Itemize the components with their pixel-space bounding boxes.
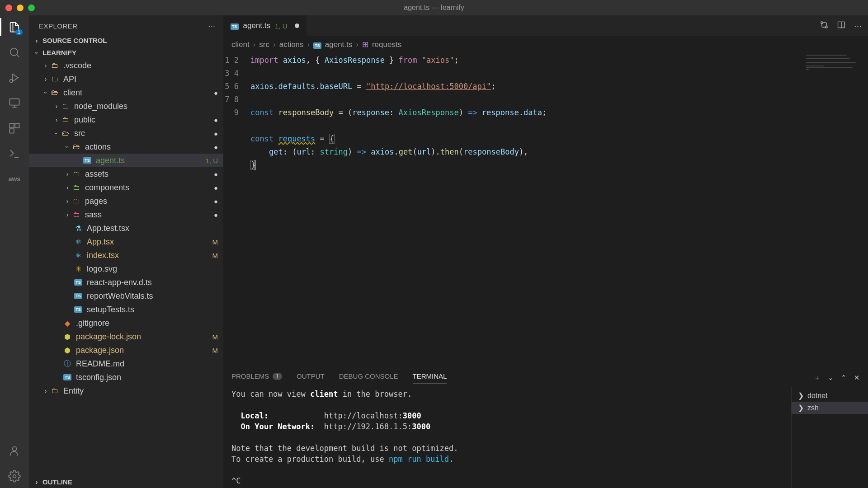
folder-assets[interactable]: ›🗀 assets ●	[29, 167, 223, 181]
output-tab[interactable]: OUTPUT	[297, 372, 325, 384]
file-package[interactable]: ⬢ package.json M	[29, 343, 223, 357]
terminal-dropdown-icon[interactable]: ⌄	[828, 374, 834, 382]
file-package-lock[interactable]: ⬢ package-lock.json M	[29, 330, 223, 343]
folder-sass[interactable]: ›🗀 sass ●	[29, 208, 223, 221]
breadcrumb-part[interactable]: src	[259, 40, 269, 49]
tree-label: components	[85, 183, 211, 192]
folder-open-icon: 🗁	[61, 128, 71, 138]
folder-src[interactable]: ›🗁 src ●	[29, 127, 223, 140]
tree-label: package.json	[76, 346, 210, 355]
chevron-down-icon: ›	[33, 49, 40, 57]
folder-public[interactable]: ›🗀 public ●	[29, 113, 223, 127]
file-readme[interactable]: ⓘ README.md	[29, 357, 223, 371]
remote-activity-icon[interactable]	[7, 96, 22, 110]
modified-status: M	[212, 347, 218, 354]
chevron-right-icon: ›	[33, 37, 41, 44]
tree-label: client	[63, 88, 211, 98]
file-react-app-env[interactable]: TS react-app-env.d.ts	[29, 276, 223, 289]
breadcrumb-part[interactable]: agent.ts	[325, 40, 353, 49]
account-icon[interactable]	[7, 444, 22, 458]
react-icon: ⚛	[73, 250, 83, 260]
explorer-badge: 1	[15, 29, 23, 35]
compare-changes-icon[interactable]	[820, 20, 829, 32]
extensions-activity-icon[interactable]	[7, 121, 22, 136]
file-logo[interactable]: ✳ logo.svg	[29, 262, 223, 276]
tree-label: package-lock.json	[76, 332, 210, 342]
typescript-icon: TS	[73, 291, 83, 301]
file-setup-tests[interactable]: TS setupTests.ts	[29, 303, 223, 316]
file-gitignore[interactable]: ◆ .gitignore	[29, 316, 223, 330]
svg-point-8	[821, 21, 823, 23]
terminal-item-dotnet[interactable]: ❯ dotnet	[792, 389, 868, 402]
info-icon: ⓘ	[62, 359, 72, 369]
folder-node-modules[interactable]: ›🗀 node_modules	[29, 99, 223, 113]
folder-icon: 🗀	[71, 210, 81, 220]
split-editor-icon[interactable]	[837, 20, 846, 32]
maximize-panel-icon[interactable]: ⌃	[841, 374, 847, 382]
terminal-activity-icon[interactable]	[7, 146, 22, 161]
folder-entity[interactable]: ›🗀 Entity	[29, 384, 223, 398]
debug-console-tab[interactable]: DEBUG CONSOLE	[339, 372, 398, 384]
close-window-button[interactable]	[5, 5, 12, 11]
terminal-tab[interactable]: TERMINAL	[413, 372, 447, 384]
status-dot: ●	[214, 170, 218, 178]
file-index[interactable]: ⚛ index.tsx M	[29, 249, 223, 262]
file-app[interactable]: ⚛ App.tsx M	[29, 235, 223, 249]
folder-client[interactable]: ›🗁 client ●	[29, 86, 223, 99]
folder-api[interactable]: ›🗀 API	[29, 72, 223, 86]
aws-activity-icon[interactable]: aws	[7, 172, 22, 186]
svg-point-6	[12, 447, 16, 451]
file-agent-ts[interactable]: TS agent.ts 1, U	[29, 154, 223, 167]
window-controls	[5, 5, 35, 11]
folder-vscode[interactable]: › 🗀 .vscode	[29, 59, 223, 72]
file-tsconfig[interactable]: TS tsconfig.json	[29, 371, 223, 384]
git-icon: ◆	[62, 318, 72, 328]
search-activity-icon[interactable]	[7, 45, 22, 60]
more-actions-icon[interactable]: ⋯	[854, 21, 862, 31]
svg-point-0	[10, 48, 18, 56]
terminal-item-zsh[interactable]: ❯ zsh	[792, 402, 868, 414]
source-control-section[interactable]: › SOURCE CONTROL	[29, 34, 223, 47]
test-icon: ⚗	[73, 223, 83, 233]
minimize-window-button[interactable]	[17, 5, 24, 11]
maximize-window-button[interactable]	[28, 5, 35, 11]
file-report-web-vitals[interactable]: TS reportWebVitals.ts	[29, 289, 223, 303]
section-label: SOURCE CONTROL	[42, 37, 107, 44]
minimap[interactable]	[802, 53, 868, 369]
folder-icon: 🗀	[61, 115, 71, 125]
react-icon: ⚛	[73, 237, 83, 247]
folder-components[interactable]: ›🗀 components ●	[29, 181, 223, 194]
breadcrumb-part[interactable]: requests	[372, 40, 401, 49]
terminal-label: zsh	[807, 404, 819, 412]
problems-tab[interactable]: PROBLEMS 1	[231, 372, 282, 384]
svg-rect-4	[15, 124, 19, 128]
new-terminal-icon[interactable]: ＋	[814, 374, 821, 382]
status-dot: ●	[214, 211, 218, 219]
breadcrumb-part[interactable]: client	[231, 40, 250, 49]
svg-point-7	[13, 475, 16, 478]
tree-label: App.tsx	[87, 237, 210, 247]
close-panel-icon[interactable]: ✕	[854, 374, 860, 382]
settings-gear-icon[interactable]	[7, 469, 22, 483]
folder-actions[interactable]: ›🗁 actions ●	[29, 140, 223, 154]
titlebar: agent.ts — learnify	[0, 0, 868, 15]
tree-label: actions	[85, 142, 211, 152]
code-editor[interactable]: import axios, { AxiosResponse } from "ax…	[250, 53, 802, 369]
editor-tab-agent[interactable]: TS agent.ts 1, U	[223, 15, 307, 36]
breadcrumb-part[interactable]: actions	[279, 40, 304, 49]
explorer-more-icon[interactable]: ⋯	[208, 22, 216, 30]
folder-open-icon: 🗁	[71, 142, 81, 152]
file-app-test[interactable]: ⚗ App.test.tsx	[29, 221, 223, 235]
tree-label: src	[74, 129, 211, 138]
tab-label: PROBLEMS	[231, 372, 269, 380]
learnify-section[interactable]: › LEARNIFY	[29, 47, 223, 59]
explorer-activity-icon[interactable]: 1	[7, 20, 22, 34]
tree-label: agent.ts	[96, 156, 203, 165]
terminal-output[interactable]: You can now view client in the browser. …	[223, 387, 791, 488]
debug-activity-icon[interactable]	[7, 70, 22, 85]
outline-section[interactable]: › OUTLINE	[29, 476, 223, 488]
folder-pages[interactable]: ›🗀 pages ●	[29, 194, 223, 208]
tree-label: Entity	[63, 386, 218, 396]
breadcrumb[interactable]: client› src› actions› TS agent.ts› ⊞ req…	[223, 36, 868, 53]
status-dot: ●	[214, 143, 218, 151]
